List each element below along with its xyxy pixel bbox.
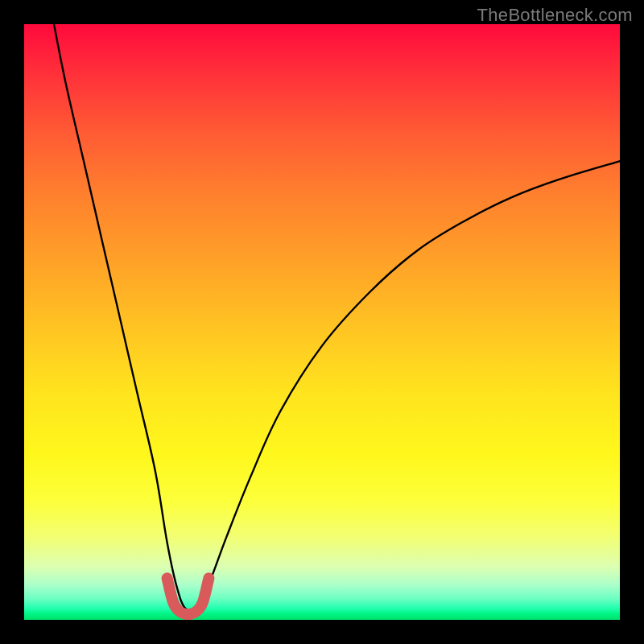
plot-area — [24, 24, 620, 620]
bottleneck-curve — [54, 24, 620, 611]
valley-highlight — [167, 578, 209, 614]
chart-frame: TheBottleneck.com — [0, 0, 644, 644]
watermark-text: TheBottleneck.com — [477, 5, 633, 26]
chart-svg — [24, 24, 620, 620]
